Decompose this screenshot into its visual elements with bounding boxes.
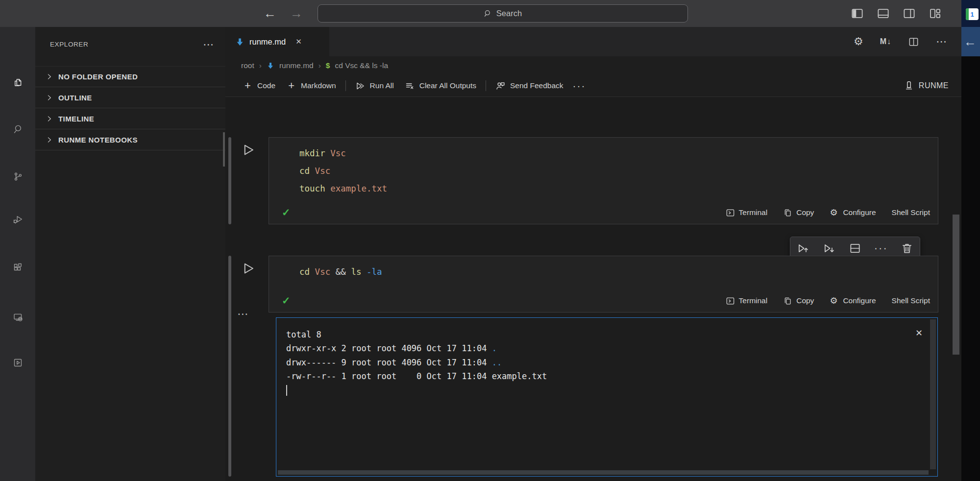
- output-line: total 8: [286, 328, 918, 341]
- output-more-button[interactable]: ⋯: [237, 308, 249, 321]
- section-label: OUTLINE: [58, 94, 92, 102]
- layout-custom-button[interactable]: [929, 7, 942, 20]
- markdown-preview-button[interactable]: M↓: [880, 37, 891, 46]
- cell-output-terminal[interactable]: total 8drwxr-xr-x 2 root root 4096 Oct 1…: [276, 317, 938, 477]
- run-all-icon: [355, 81, 366, 91]
- trash-button[interactable]: [901, 242, 913, 255]
- toolbar-label: Code: [257, 81, 275, 90]
- editor-actions: ⚙ M↓ ⋯: [854, 27, 961, 56]
- more-icon: ···: [574, 81, 585, 91]
- code-cell[interactable]: cd Vsc && ls -la ✓ TerminalCopy⚙Configur…: [269, 256, 938, 313]
- activity-bar: [0, 27, 35, 481]
- toolbar-clear-all-outputs-button[interactable]: Clear All Outputs: [399, 81, 482, 91]
- cell-action-shell-script[interactable]: Shell Script: [892, 208, 930, 217]
- output-vertical-scrollbar[interactable]: [930, 319, 936, 469]
- section-label: NO FOLDER OPENED: [58, 72, 138, 81]
- output-line: drwx------ 9 root root 4096 Oct 17 11:04…: [286, 356, 918, 369]
- sidebar-section-runme-notebooks[interactable]: RUNME NOTEBOOKS: [35, 129, 225, 150]
- run-above-button[interactable]: [797, 242, 809, 255]
- editor-scrollbar[interactable]: [953, 215, 959, 355]
- cell-action-copy[interactable]: Copy: [783, 208, 814, 217]
- toolbar-more-button[interactable]: ···: [569, 81, 590, 91]
- cell-code[interactable]: cd Vsc && ls -la: [269, 256, 938, 281]
- sidebar-scrollbar[interactable]: [223, 132, 225, 167]
- neighbor-back-strip[interactable]: ←: [961, 27, 980, 56]
- tab-close-button[interactable]: ✕: [295, 37, 302, 46]
- gear-icon[interactable]: ⚙: [854, 35, 863, 48]
- tab-bar: runme.md ✕ ⚙ M↓ ⋯: [225, 27, 961, 56]
- cell-action-shell-script[interactable]: Shell Script: [892, 296, 930, 305]
- chevron-right-icon: [45, 136, 53, 144]
- tab-runme-md[interactable]: runme.md ✕: [225, 27, 329, 56]
- cell-action-configure[interactable]: ⚙Configure: [830, 296, 876, 306]
- sidebar-section-no-folder-opened[interactable]: NO FOLDER OPENED: [35, 66, 225, 87]
- toolbar-markdown-button[interactable]: +Markdown: [281, 81, 342, 91]
- runme-icon: [13, 358, 23, 368]
- breadcrumb-command[interactable]: cd Vsc && ls -la: [335, 61, 388, 70]
- activity-extensions[interactable]: [8, 258, 27, 277]
- output-text: total 8drwxr-xr-x 2 root root 4096 Oct 1…: [286, 328, 918, 396]
- activity-runme[interactable]: [8, 353, 27, 372]
- copy-icon: [783, 296, 792, 306]
- toolbar-code-button[interactable]: +Code: [237, 81, 281, 91]
- activity-explorer[interactable]: [8, 72, 27, 92]
- neighbor-editor-area: [961, 56, 980, 481]
- activity-remote-explorer[interactable]: [8, 307, 27, 327]
- cell-action-copy[interactable]: Copy: [783, 296, 814, 306]
- split-cell-button[interactable]: [849, 242, 861, 255]
- code-line[interactable]: mkdir Vsc: [299, 144, 938, 162]
- breadcrumb-prompt: $: [326, 61, 330, 70]
- layout-sidebar-right-button[interactable]: [903, 7, 916, 20]
- toolbar-run-all-button[interactable]: Run All: [350, 81, 399, 91]
- section-label: TIMELINE: [58, 115, 94, 123]
- run-cell-button[interactable]: [240, 261, 256, 276]
- toolbar-separator: [345, 80, 346, 91]
- activity-search[interactable]: [8, 119, 27, 139]
- cell-action-label: Copy: [796, 296, 814, 305]
- cell-action-label: Terminal: [739, 296, 768, 305]
- code-cell[interactable]: mkdir Vsccd Vsctouch example.txt ✓ Termi…: [269, 137, 938, 224]
- chevron-right-icon: [45, 115, 53, 123]
- cell-action-configure[interactable]: ⚙Configure: [830, 208, 876, 217]
- layout-panel-button[interactable]: [877, 7, 890, 20]
- history-back-button[interactable]: ←: [264, 6, 276, 21]
- cell-action-terminal[interactable]: Terminal: [726, 208, 768, 217]
- neighbor-window-edge: 1 ←: [961, 0, 980, 481]
- run-cell-button[interactable]: [240, 142, 256, 158]
- split-editor-icon[interactable]: [908, 36, 919, 48]
- activity-run-and-debug[interactable]: [8, 209, 27, 229]
- more-button[interactable]: ···: [875, 242, 887, 255]
- activity-source-control[interactable]: [8, 167, 27, 186]
- toolbar-label: Send Feedback: [510, 81, 564, 90]
- breadcrumb-separator: ›: [318, 61, 321, 70]
- gear-icon: ⚙: [830, 208, 839, 217]
- section-label: RUNME NOTEBOOKS: [58, 136, 138, 144]
- breadcrumb-file[interactable]: runme.md: [279, 61, 314, 70]
- search-icon: [13, 124, 23, 134]
- code-line[interactable]: cd Vsc && ls -la: [299, 263, 938, 281]
- calendar-icon: 1: [966, 8, 979, 20]
- search-icon: [484, 9, 492, 18]
- command-center-search[interactable]: Search: [318, 4, 688, 23]
- sidebar-section-timeline[interactable]: TIMELINE: [35, 108, 225, 129]
- history-forward-button[interactable]: →: [290, 6, 303, 21]
- cell-code[interactable]: mkdir Vsccd Vsctouch example.txt: [269, 138, 938, 197]
- layout-sidebar-left-button[interactable]: [851, 7, 864, 20]
- cell-focus-bar: [228, 256, 231, 477]
- run-below-button[interactable]: [823, 242, 835, 255]
- sidebar-more-button[interactable]: ⋯: [203, 42, 215, 47]
- explorer-sidebar: EXPLORER ⋯ NO FOLDER OPENEDOUTLINETIMELI…: [35, 27, 225, 481]
- sidebar-section-outline[interactable]: OUTLINE: [35, 87, 225, 108]
- toolbar-send-feedback-button[interactable]: Send Feedback: [490, 81, 569, 91]
- cell-action-label: Copy: [796, 208, 814, 217]
- editor-more-button[interactable]: ⋯: [936, 35, 948, 48]
- output-horizontal-scrollbar[interactable]: [278, 470, 929, 475]
- runme-file-icon: [267, 62, 274, 70]
- tab-label: runme.md: [249, 37, 286, 47]
- code-line[interactable]: touch example.txt: [299, 180, 938, 197]
- close-output-icon[interactable]: ✕: [915, 328, 923, 338]
- breadcrumb-root[interactable]: root: [241, 61, 254, 70]
- cell-action-terminal[interactable]: Terminal: [726, 296, 768, 306]
- layout-controls: [851, 0, 942, 27]
- code-line[interactable]: cd Vsc: [299, 162, 938, 180]
